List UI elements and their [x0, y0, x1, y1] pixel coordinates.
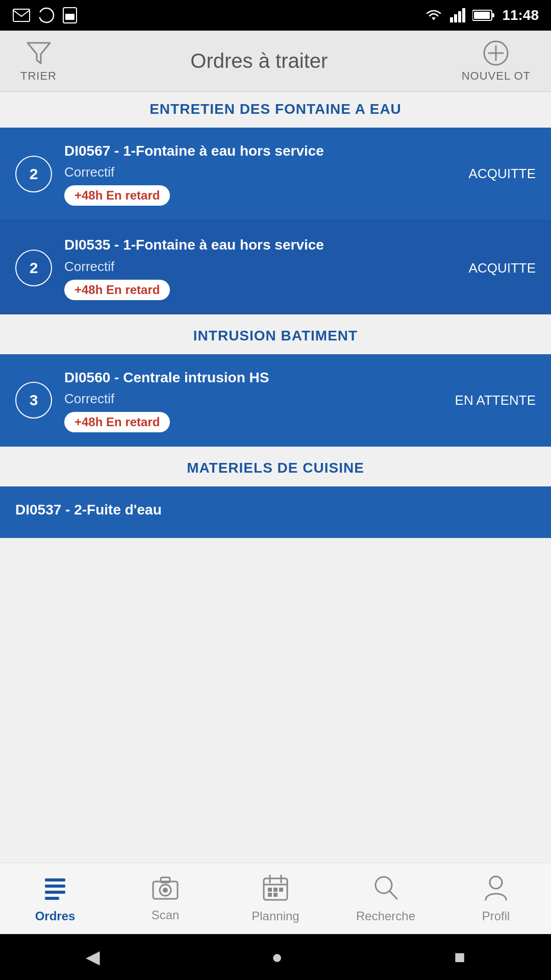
wo-badge: 2: [15, 156, 52, 192]
nav-profil-label: Profil: [482, 909, 510, 923]
section-cuisine-title: MATERIELS DE CUISINE: [187, 460, 364, 476]
wo-info: DI0567 - 1-Fontaine à eau hors service C…: [64, 142, 448, 206]
search-icon: [373, 874, 398, 905]
section-cuisine-cards: DI0537 - 2-Fuite d'eau: [0, 486, 551, 537]
svg-marker-4: [432, 17, 436, 20]
wo-info: DI0537 - 2-Fuite d'eau: [15, 501, 536, 523]
list-icon: [42, 874, 68, 905]
wo-type: Correctif: [64, 259, 448, 275]
svg-rect-7: [458, 11, 461, 22]
app-header: TRIER Ordres à traiter NOUVEL OT: [0, 31, 551, 92]
svg-rect-17: [45, 885, 65, 888]
recent-button[interactable]: ■: [454, 946, 465, 968]
table-row[interactable]: 3 DI0560 - Centrale intrusion HS Correct…: [0, 354, 551, 447]
nav-scan-label: Scan: [152, 908, 180, 922]
wo-delay-badge: +48h En retard: [64, 185, 170, 206]
back-button[interactable]: ◀: [86, 946, 100, 968]
section-cuisine-header: MATERIELS DE CUISINE: [0, 451, 551, 485]
section-intrusion-title: INTRUSION BATIMENT: [193, 328, 358, 344]
section-intrusion-header: INTRUSION BATIMENT: [0, 318, 551, 353]
wo-badge: 3: [15, 382, 52, 419]
wo-delay-badge: +48h En retard: [64, 412, 170, 432]
home-button[interactable]: ●: [271, 946, 283, 968]
svg-rect-31: [268, 893, 272, 897]
wo-status: EN ATTENTE: [447, 393, 536, 408]
bottom-nav: Ordres Scan: [0, 863, 551, 934]
svg-rect-16: [45, 878, 65, 881]
svg-rect-30: [279, 888, 283, 892]
wo-badge: 2: [15, 250, 52, 286]
nouvel-ot-label: NOUVEL OT: [462, 69, 531, 83]
nav-item-planning[interactable]: Planning: [220, 863, 331, 934]
svg-rect-8: [462, 8, 465, 22]
system-nav-bar: ◀ ● ■: [0, 934, 551, 980]
svg-marker-12: [28, 43, 50, 63]
nav-item-scan[interactable]: Scan: [110, 863, 220, 934]
svg-point-23: [163, 888, 168, 893]
svg-rect-32: [273, 893, 278, 897]
svg-rect-6: [454, 14, 457, 22]
nav-item-profil[interactable]: Profil: [441, 863, 551, 934]
wo-type: Correctif: [64, 391, 435, 407]
nav-planning-label: Planning: [252, 909, 299, 923]
svg-rect-22: [161, 877, 170, 883]
wo-title: DI0560 - Centrale intrusion HS: [64, 369, 435, 387]
nav-item-recherche[interactable]: Recherche: [331, 863, 441, 934]
nav-recherche-label: Recherche: [356, 909, 415, 923]
trier-button[interactable]: TRIER: [20, 40, 57, 83]
wifi-icon: [424, 8, 443, 22]
wo-info: DI0560 - Centrale intrusion HS Correctif…: [64, 369, 435, 432]
svg-line-34: [389, 891, 397, 899]
svg-rect-28: [268, 888, 272, 892]
svg-point-1: [39, 8, 54, 22]
wo-type: Correctif: [64, 164, 448, 180]
camera-icon: [152, 875, 179, 904]
svg-rect-0: [13, 9, 30, 21]
svg-rect-11: [474, 12, 490, 19]
gmail-icon: [12, 6, 31, 24]
svg-point-35: [490, 876, 502, 889]
svg-rect-3: [65, 14, 74, 20]
table-row[interactable]: 2 DI0567 - 1-Fontaine à eau hors service…: [0, 128, 551, 220]
status-left-icons: [12, 6, 78, 24]
add-icon: [483, 40, 509, 66]
status-bar: 11:48: [0, 0, 551, 31]
svg-rect-29: [273, 888, 278, 892]
wo-title: DI0567 - 1-Fontaine à eau hors service: [64, 142, 448, 160]
sync-icon: [38, 7, 55, 24]
person-icon: [484, 874, 508, 905]
page-title: Ordres à traiter: [190, 50, 328, 72]
table-row[interactable]: DI0537 - 2-Fuite d'eau: [0, 486, 551, 537]
wo-delay-badge: +48h En retard: [64, 280, 170, 300]
battery-icon: [472, 9, 495, 21]
status-time: 11:48: [502, 7, 539, 23]
wo-status: ACQUITTE: [461, 166, 536, 182]
status-right-icons: 11:48: [424, 7, 539, 23]
calendar-icon: [263, 874, 288, 905]
nouvel-ot-button[interactable]: NOUVEL OT: [462, 40, 531, 83]
svg-rect-5: [450, 17, 453, 22]
table-row[interactable]: 2 DI0535 - 1-Fontaine à eau hors service…: [0, 222, 551, 314]
sim-icon: [62, 7, 78, 24]
wo-status: ACQUITTE: [461, 260, 536, 276]
filter-icon: [26, 40, 52, 66]
trier-label: TRIER: [20, 69, 57, 83]
nav-item-ordres[interactable]: Ordres: [0, 863, 110, 934]
nav-ordres-label: Ordres: [35, 909, 76, 923]
svg-rect-18: [45, 891, 65, 894]
main-content: ENTRETIEN DES FONTAINE A EAU 2 DI0567 - …: [0, 92, 551, 863]
svg-rect-10: [492, 13, 494, 17]
wo-info: DI0535 - 1-Fontaine à eau hors service C…: [64, 236, 448, 300]
svg-rect-19: [45, 897, 59, 900]
section-intrusion-cards: 3 DI0560 - Centrale intrusion HS Correct…: [0, 354, 551, 447]
section-fontaine-cards: 2 DI0567 - 1-Fontaine à eau hors service…: [0, 128, 551, 314]
wo-title: DI0537 - 2-Fuite d'eau: [15, 501, 536, 519]
section-fontaine-header: ENTRETIEN DES FONTAINE A EAU: [0, 92, 551, 127]
signal-icon: [450, 8, 465, 22]
wo-title: DI0535 - 1-Fontaine à eau hors service: [64, 236, 448, 254]
section-fontaine-title: ENTRETIEN DES FONTAINE A EAU: [149, 101, 402, 117]
